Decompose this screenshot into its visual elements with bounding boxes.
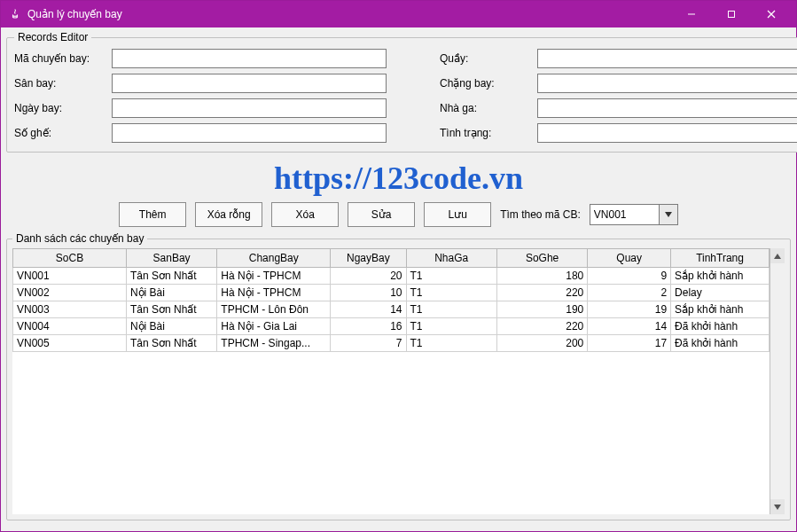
cell-socb[interactable]: VN001 [13, 268, 127, 285]
seats-input[interactable] [112, 123, 387, 143]
cell-soghe[interactable]: 220 [496, 318, 587, 335]
flight-code-label: Mã chuyến bay: [14, 52, 112, 65]
cell-ngaybay[interactable]: 7 [331, 335, 406, 352]
cell-quay[interactable]: 19 [588, 301, 671, 318]
cell-changbay[interactable]: Hà Nội - Gia Lai [217, 318, 331, 335]
cell-socb[interactable]: VN005 [13, 335, 127, 352]
cell-sanbay[interactable]: Tân Sơn Nhất [126, 335, 216, 352]
terminal-label: Nhà ga: [440, 102, 537, 114]
cell-soghe[interactable]: 190 [496, 301, 587, 318]
maximize-button[interactable] [711, 1, 751, 27]
cell-quay[interactable]: 9 [588, 268, 671, 285]
clear-button[interactable]: Xóa rỗng [195, 202, 262, 227]
cell-changbay[interactable]: Hà Nội - TPHCM [217, 285, 331, 301]
table-wrap: SoCB SanBay ChangBay NgayBay NhaGa SoGhe… [12, 248, 785, 514]
records-editor-panel: Records Editor Mã chuyến bay: Quầy: Sân … [6, 31, 797, 153]
cell-changbay[interactable]: TPHCM - Lôn Đôn [217, 301, 331, 318]
cell-sanbay[interactable]: Tân Sơn Nhất [126, 301, 216, 318]
add-button[interactable]: Thêm [119, 202, 186, 227]
cell-socb[interactable]: VN003 [13, 301, 127, 318]
toolbar: Thêm Xóa rỗng Xóa Sửa Lưu Tìm theo mã CB… [6, 202, 791, 227]
table-header-row: SoCB SanBay ChangBay NgayBay NhaGa SoGhe… [13, 249, 770, 268]
search-combo[interactable] [590, 204, 678, 225]
flight-list-legend: Danh sách các chuyến bay [12, 232, 147, 245]
counter-input[interactable] [537, 49, 797, 68]
cell-ngaybay[interactable]: 10 [331, 285, 406, 301]
table-row[interactable]: VN004Nội BàiHà Nội - Gia Lai16T122014Đã … [13, 318, 770, 335]
table-row[interactable]: VN003Tân Sơn NhấtTPHCM - Lôn Đôn14T11901… [13, 301, 770, 318]
records-editor-legend: Records Editor [14, 31, 91, 43]
terminal-input[interactable] [537, 98, 797, 118]
table-row[interactable]: VN002Nội BàiHà Nội - TPHCM10T12202Delay [13, 285, 770, 301]
cell-tinhtrang[interactable]: Delay [671, 285, 770, 301]
vertical-scrollbar[interactable] [770, 248, 785, 514]
chevron-down-icon[interactable] [659, 204, 678, 225]
table-area: SoCB SanBay ChangBay NgayBay NhaGa SoGhe… [12, 248, 770, 514]
col-quay[interactable]: Quay [588, 249, 671, 268]
table-row[interactable]: VN001Tân Sơn NhấtHà Nội - TPHCM20T11809S… [13, 268, 770, 285]
fly-date-input[interactable] [112, 98, 387, 118]
cell-socb[interactable]: VN002 [13, 285, 127, 301]
svg-marker-4 [665, 212, 672, 217]
cell-quay[interactable]: 17 [588, 335, 671, 352]
col-changbay[interactable]: ChangBay [217, 249, 331, 268]
table-row[interactable]: VN005Tân Sơn NhấtTPHCM - Singap...7T1200… [13, 335, 770, 352]
minimize-button[interactable] [671, 1, 711, 27]
cell-soghe[interactable]: 180 [496, 268, 587, 285]
counter-label: Quầy: [440, 52, 537, 65]
svg-marker-6 [774, 505, 781, 510]
cell-ngaybay[interactable]: 16 [331, 318, 406, 335]
col-sanbay[interactable]: SanBay [126, 249, 216, 268]
cell-soghe[interactable]: 220 [496, 285, 587, 301]
route-label: Chặng bay: [440, 77, 537, 90]
cell-nhaga[interactable]: T1 [406, 285, 496, 301]
flight-list-panel: Danh sách các chuyến bay SoCB SanBay Cha… [6, 232, 791, 520]
save-button[interactable]: Lưu [424, 202, 491, 227]
cell-quay[interactable]: 2 [588, 285, 671, 301]
delete-button[interactable]: Xóa [271, 202, 339, 227]
cell-nhaga[interactable]: T1 [406, 335, 496, 352]
scroll-down-icon[interactable] [770, 499, 785, 514]
seats-label: Số ghế: [14, 127, 112, 139]
cell-tinhtrang[interactable]: Sắp khởi hành [671, 301, 770, 318]
cell-socb[interactable]: VN004 [13, 318, 127, 335]
cell-quay[interactable]: 14 [588, 318, 671, 335]
edit-button[interactable]: Sửa [348, 202, 415, 227]
app-window: Quản lý chuyến bay Records Editor Mã chu… [0, 0, 797, 532]
col-tinhtrang[interactable]: TinhTrang [671, 249, 770, 268]
cell-sanbay[interactable]: Tân Sơn Nhất [126, 268, 216, 285]
cell-nhaga[interactable]: T1 [406, 268, 496, 285]
cell-ngaybay[interactable]: 20 [331, 268, 406, 285]
airport-label: Sân bay: [14, 77, 112, 90]
col-nhaga[interactable]: NhaGa [406, 249, 496, 268]
flight-code-input[interactable] [112, 49, 387, 68]
cell-sanbay[interactable]: Nội Bài [126, 318, 216, 335]
content-area: Records Editor Mã chuyến bay: Quầy: Sân … [1, 27, 796, 531]
route-input[interactable] [537, 74, 797, 93]
close-button[interactable] [751, 1, 791, 27]
status-input[interactable] [537, 123, 797, 143]
cell-nhaga[interactable]: T1 [406, 301, 496, 318]
cell-changbay[interactable]: TPHCM - Singap... [217, 335, 331, 352]
cell-sanbay[interactable]: Nội Bài [126, 285, 216, 301]
titlebar: Quản lý chuyến bay [1, 1, 796, 27]
col-soghe[interactable]: SoGhe [496, 249, 587, 268]
status-label: Tình trạng: [440, 127, 537, 139]
cell-nhaga[interactable]: T1 [406, 318, 496, 335]
cell-tinhtrang[interactable]: Đã khởi hành [671, 335, 770, 352]
cell-ngaybay[interactable]: 14 [331, 301, 406, 318]
watermark-text: https://123code.vn [6, 160, 791, 197]
cell-tinhtrang[interactable]: Sắp khởi hành [671, 268, 770, 285]
cell-changbay[interactable]: Hà Nội - TPHCM [217, 268, 331, 285]
col-socb[interactable]: SoCB [13, 249, 127, 268]
search-label: Tìm theo mã CB: [500, 208, 581, 221]
airport-input[interactable] [112, 74, 387, 93]
svg-rect-1 [728, 12, 734, 18]
form-grid: Mã chuyến bay: Quầy: Sân bay: Chặng bay:… [14, 49, 797, 143]
cell-soghe[interactable]: 200 [496, 335, 587, 352]
fly-date-label: Ngày bay: [14, 102, 112, 114]
col-ngaybay[interactable]: NgayBay [331, 249, 406, 268]
scroll-up-icon[interactable] [770, 248, 785, 263]
cell-tinhtrang[interactable]: Đã khởi hành [671, 318, 770, 335]
search-combo-input[interactable] [590, 204, 659, 225]
